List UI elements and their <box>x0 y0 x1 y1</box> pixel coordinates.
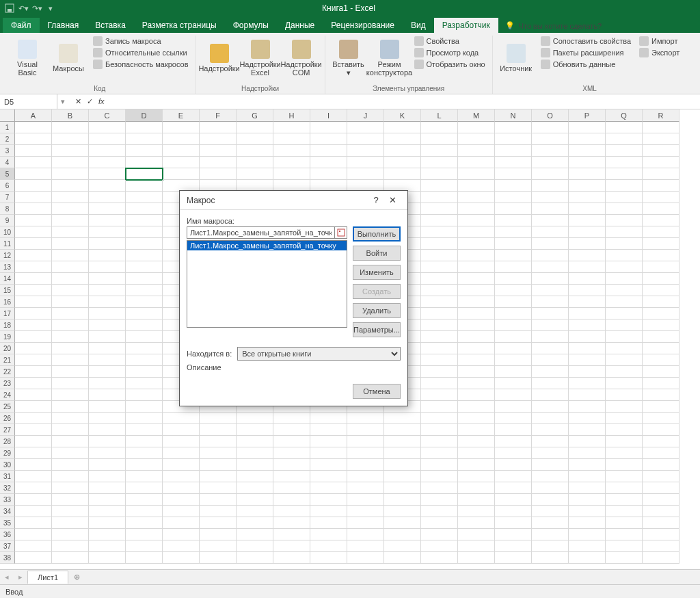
macros-button[interactable]: Макросы <box>49 36 88 81</box>
cell[interactable] <box>495 343 532 354</box>
cell[interactable] <box>163 168 200 180</box>
cell[interactable] <box>52 424 89 436</box>
cell[interactable] <box>52 459 89 471</box>
cell[interactable] <box>569 238 606 250</box>
cell[interactable] <box>495 494 532 506</box>
cell[interactable] <box>421 145 458 157</box>
cell[interactable] <box>458 459 495 471</box>
cell[interactable] <box>310 168 347 180</box>
cell[interactable] <box>495 308 532 319</box>
cell[interactable] <box>532 203 569 215</box>
cell[interactable] <box>458 157 495 168</box>
cell[interactable] <box>421 540 458 552</box>
cell[interactable] <box>163 122 200 133</box>
cell[interactable] <box>569 145 606 157</box>
cell[interactable] <box>643 296 679 308</box>
cell[interactable] <box>52 250 89 261</box>
cell[interactable] <box>458 180 495 192</box>
cell[interactable] <box>643 215 679 226</box>
cell[interactable] <box>458 552 495 564</box>
cell[interactable] <box>89 157 126 168</box>
cell[interactable] <box>237 471 273 482</box>
cell[interactable] <box>273 413 310 424</box>
cell[interactable] <box>532 366 569 378</box>
col-header[interactable]: J <box>347 109 384 122</box>
cell[interactable] <box>126 273 163 285</box>
cell[interactable] <box>606 354 643 366</box>
cell[interactable] <box>532 238 569 250</box>
cell[interactable] <box>273 529 310 540</box>
cell[interactable] <box>15 133 52 145</box>
cell[interactable] <box>15 378 52 389</box>
cell[interactable] <box>643 203 679 215</box>
cell[interactable] <box>15 366 52 378</box>
options-button[interactable]: Параметры... <box>353 322 401 337</box>
cell[interactable] <box>421 273 458 285</box>
cell[interactable] <box>569 122 606 133</box>
cell[interactable] <box>643 366 679 378</box>
cell[interactable] <box>458 436 495 447</box>
cell[interactable] <box>89 447 126 459</box>
name-box-dropdown-icon[interactable]: ▾ <box>57 97 68 106</box>
cell[interactable] <box>532 459 569 471</box>
range-ref-icon[interactable] <box>335 226 347 239</box>
cell[interactable] <box>237 459 273 471</box>
row-header[interactable]: 15 <box>0 285 15 296</box>
cell[interactable] <box>126 354 163 366</box>
cell[interactable] <box>458 133 495 145</box>
cell[interactable] <box>15 273 52 285</box>
cell[interactable] <box>495 459 532 471</box>
cell[interactable] <box>163 436 200 447</box>
enter-formula-icon[interactable]: ✓ <box>87 97 93 106</box>
cell[interactable] <box>643 552 679 564</box>
cell[interactable] <box>421 506 458 517</box>
cell[interactable] <box>52 401 89 413</box>
cell[interactable] <box>532 250 569 261</box>
cell[interactable] <box>495 447 532 459</box>
cell[interactable] <box>532 192 569 203</box>
cell[interactable] <box>52 378 89 389</box>
cell[interactable] <box>495 529 532 540</box>
row-header[interactable]: 6 <box>0 180 15 192</box>
row-header[interactable]: 20 <box>0 343 15 354</box>
cell[interactable] <box>606 552 643 564</box>
cell[interactable] <box>495 168 532 180</box>
cell[interactable] <box>15 540 52 552</box>
cell[interactable] <box>126 145 163 157</box>
cell[interactable] <box>421 552 458 564</box>
cell[interactable] <box>237 482 273 494</box>
cell[interactable] <box>495 192 532 203</box>
cell[interactable] <box>458 261 495 273</box>
cell[interactable] <box>384 447 421 459</box>
cell[interactable] <box>163 482 200 494</box>
cell[interactable] <box>347 552 384 564</box>
cell[interactable] <box>458 540 495 552</box>
cell[interactable] <box>532 436 569 447</box>
cell[interactable] <box>310 529 347 540</box>
run-button[interactable]: Выполнить <box>353 226 401 242</box>
cell[interactable] <box>606 447 643 459</box>
row-header[interactable]: 23 <box>0 378 15 389</box>
cell[interactable] <box>643 529 679 540</box>
cell[interactable] <box>643 517 679 529</box>
cell[interactable] <box>273 145 310 157</box>
cell[interactable] <box>52 331 89 343</box>
cell[interactable] <box>421 157 458 168</box>
cell[interactable] <box>532 133 569 145</box>
cell[interactable] <box>273 506 310 517</box>
cell[interactable] <box>384 552 421 564</box>
cell[interactable] <box>89 517 126 529</box>
cell[interactable] <box>89 215 126 226</box>
cell[interactable] <box>606 168 643 180</box>
cell[interactable] <box>126 413 163 424</box>
cell[interactable] <box>200 552 237 564</box>
show-dialog-button[interactable]: Отобразить окно <box>412 59 488 70</box>
cell[interactable] <box>421 226 458 238</box>
cell[interactable] <box>495 250 532 261</box>
row-header[interactable]: 35 <box>0 517 15 529</box>
cell[interactable] <box>273 122 310 133</box>
cell[interactable] <box>347 494 384 506</box>
cell[interactable] <box>89 273 126 285</box>
cell[interactable] <box>495 552 532 564</box>
cell[interactable] <box>384 517 421 529</box>
